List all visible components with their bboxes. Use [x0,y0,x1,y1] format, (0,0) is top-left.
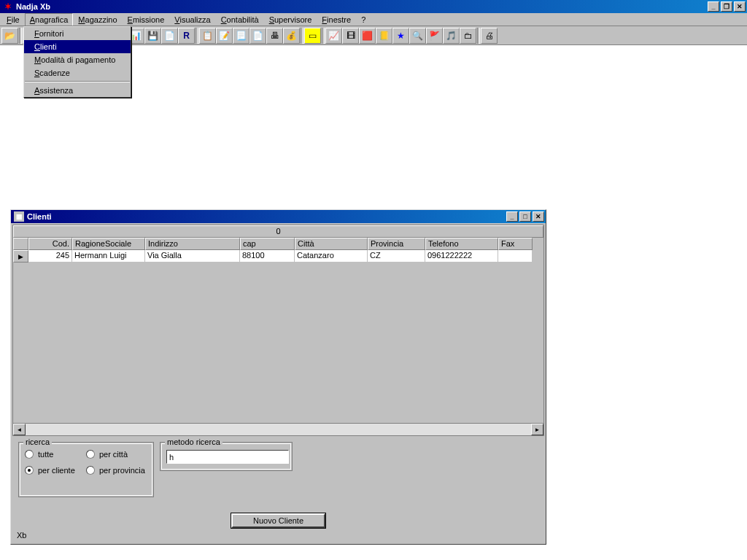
menu-anagrafica[interactable]: Anagrafica [25,13,74,26]
metodo-legend: metodo ricerca [165,438,222,446]
dd-assistenza[interactable]: Assistenza [24,84,131,97]
radio-per-cliente[interactable]: per cliente [25,466,77,475]
grid-header-selector[interactable] [13,238,28,250]
radio-icon [86,466,95,475]
main-titlebar: ✶ Nadja Xb _ ❐ ✕ [0,0,747,13]
menu-help[interactable]: ? [356,13,371,26]
scroll-right-icon[interactable]: ► [531,424,543,435]
tb-open-icon[interactable]: 📂 [1,28,18,44]
tb-folder-icon[interactable]: 🗀 [460,28,476,44]
close-button[interactable]: ✕ [734,1,746,12]
grid-header-cod[interactable]: Cod. [28,238,72,250]
tb-list-icon[interactable]: 📋 [199,28,216,44]
radio-per-citta[interactable]: per città [86,450,147,459]
dd-scadenze[interactable]: Scadenze [24,66,131,79]
grid-horizontal-scrollbar[interactable]: ◄ ► [13,423,543,435]
tb-r-icon[interactable]: R [178,28,195,44]
dd-clienti[interactable]: Clienti [24,40,131,53]
menu-file[interactable]: File [1,13,25,26]
child-close-button[interactable]: ✕ [533,211,544,222]
clienti-titlebar: ▦ Clienti _ □ ✕ [11,210,546,223]
cell-indirizzo[interactable]: Via Gialla [145,250,240,262]
ricerca-fieldset: ricerca tutte per città per cliente per … [18,442,154,497]
dd-fornitori[interactable]: Fornitori [24,27,131,40]
tb-sep [196,28,198,44]
tb-sep [322,28,325,44]
tb-printer-icon[interactable]: 🖨 [481,28,498,44]
minimize-button[interactable]: _ [708,1,719,12]
tb-save-icon[interactable]: 💾 [144,28,161,44]
tb-book-icon[interactable]: 📒 [376,28,392,44]
grid-header-telefono[interactable]: Telefono [425,238,498,250]
clienti-grid: 0 Cod. RagioneSociale Indirizzo cap Citt… [12,225,544,436]
tb-star-icon[interactable]: ★ [392,28,409,44]
grid-header-citta[interactable]: Città [295,238,368,250]
menu-supervisore[interactable]: Supervisore [264,13,317,26]
tb-sep [301,28,303,44]
tb-highlight-icon[interactable]: ▭ [304,28,321,44]
tb-flag-icon[interactable]: 🚩 [426,28,443,44]
tb-film-icon[interactable]: 🎞 [342,28,359,44]
clienti-icon: ▦ [14,211,24,222]
cell-cod[interactable]: 245 [28,250,72,262]
radio-per-provincia-label: per provincia [99,466,145,475]
scroll-track[interactable] [26,424,531,435]
radio-per-citta-label: per città [99,450,128,459]
grid-body: ▶ 245 Hermann Luigi Via Gialla 88100 Cat… [13,250,543,423]
menu-magazzino[interactable]: Magazzino [73,13,122,26]
radio-icon [25,466,34,475]
radio-icon [86,450,95,459]
grid-top-header: 0 [13,225,543,238]
status-text: Xb [11,528,546,542]
tb-print-icon[interactable]: 🖶 [266,28,283,44]
tb-music-icon[interactable]: 🎵 [443,28,460,44]
tb-page-icon[interactable]: 📃 [233,28,249,44]
child-maximize-button[interactable]: □ [519,211,531,222]
table-row[interactable]: ▶ 245 Hermann Luigi Via Gialla 88100 Cat… [13,250,543,262]
cell-telefono[interactable]: 0961222222 [425,250,498,262]
tb-cash-icon[interactable]: 💰 [283,28,300,44]
menu-finestre[interactable]: Finestre [317,13,356,26]
radio-icon [25,450,34,459]
cell-fax[interactable] [498,250,533,262]
grid-column-headers: Cod. RagioneSociale Indirizzo cap Città … [13,238,543,250]
grid-header-cap[interactable]: cap [240,238,295,250]
menu-visualizza[interactable]: Visualizza [169,13,215,26]
tb-graph-icon[interactable]: 📈 [325,28,342,44]
cell-cap[interactable]: 88100 [240,250,295,262]
anagrafica-dropdown: Fornitori Clienti Modalità di pagamento … [23,26,131,98]
radio-tutte[interactable]: tutte [25,450,77,459]
grid-header-fax[interactable]: Fax [498,238,533,250]
cell-citta[interactable]: Catanzaro [295,250,368,262]
tb-search-icon[interactable]: 🔍 [409,28,426,44]
grid-header-provincia[interactable]: Provincia [368,238,425,250]
cell-ragione[interactable]: Hermann Luigi [72,250,145,262]
menu-contabilita[interactable]: Contabilità [216,13,264,26]
menu-emissione[interactable]: Emissione [123,13,170,26]
restore-button[interactable]: ❐ [721,1,732,12]
scroll-left-icon[interactable]: ◄ [13,424,26,435]
search-controls: ricerca tutte per città per cliente per … [11,438,546,500]
menubar: File Anagrafica Magazzino Emissione Visu… [0,13,747,26]
nuovo-cliente-button[interactable]: Nuovo Cliente [231,513,325,528]
radio-per-cliente-label: per cliente [38,466,75,475]
tb-doc-icon[interactable]: 📄 [161,28,178,44]
child-minimize-button[interactable]: _ [506,211,518,222]
grid-header-indirizzo[interactable]: Indirizzo [145,238,240,250]
tb-note-icon[interactable]: 📝 [216,28,233,44]
cell-provincia[interactable]: CZ [368,250,425,262]
tb-cube-icon[interactable]: 🟥 [359,28,376,44]
tb-doc2-icon[interactable]: 📄 [249,28,266,44]
search-input[interactable] [166,450,289,464]
clienti-window: ▦ Clienti _ □ ✕ 0 Cod. RagioneSociale In… [10,209,546,545]
dd-separator [25,81,130,82]
button-row: Nuovo Cliente [11,513,546,528]
tb-sep [19,28,22,44]
clienti-title: Clienti [27,212,506,221]
app-icon: ✶ [3,1,13,12]
radio-per-provincia[interactable]: per provincia [86,466,147,475]
row-selector-icon[interactable]: ▶ [13,250,28,262]
dd-modalita-pagamento[interactable]: Modalità di pagamento [24,53,131,66]
grid-header-ragione[interactable]: RagioneSociale [72,238,145,250]
metodo-ricerca-fieldset: metodo ricerca [160,442,293,471]
